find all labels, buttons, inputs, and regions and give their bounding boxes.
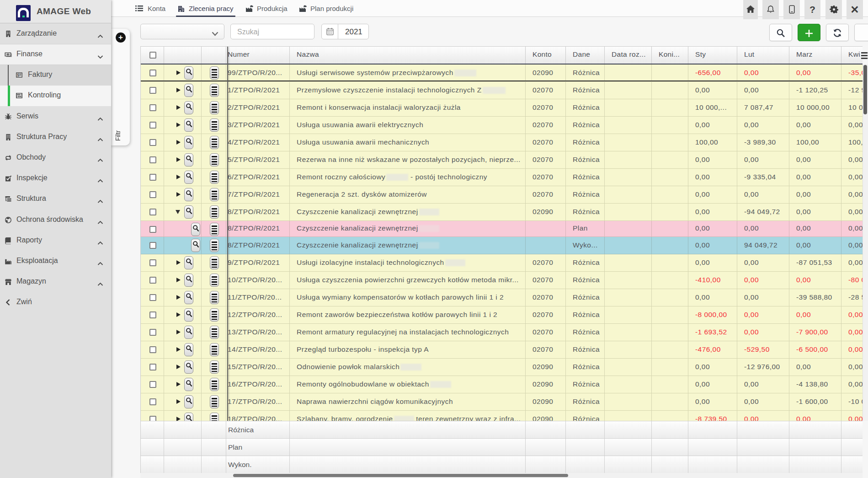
svg-text:$: $ — [17, 73, 19, 77]
